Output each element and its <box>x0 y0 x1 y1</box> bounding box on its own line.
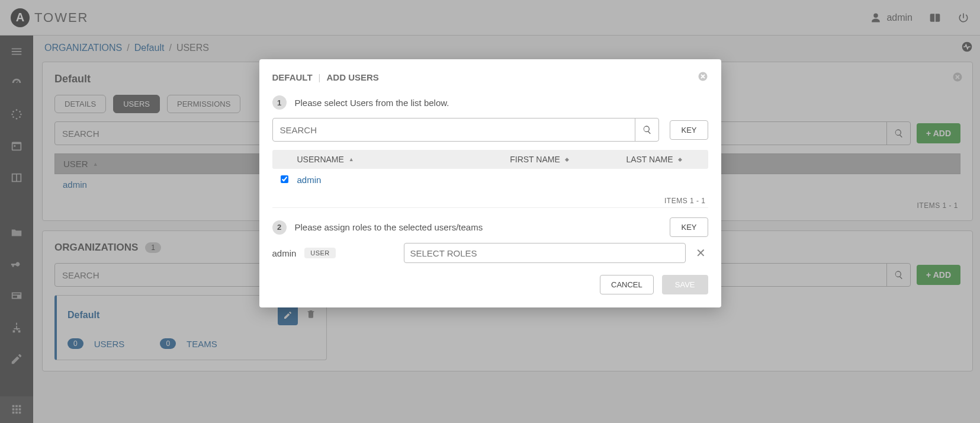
col-first-name[interactable]: FIRST NAME◆ <box>460 155 587 164</box>
modal-table-header: USERNAME▲ FIRST NAME◆ LAST NAME◆ <box>272 150 708 169</box>
step-2-badge: 2 <box>272 220 287 235</box>
assign-user-name: admin <box>272 248 297 258</box>
add-users-modal: DEFAULT | ADD USERS 1 Please select User… <box>259 59 721 307</box>
key-button-1[interactable]: KEY <box>670 120 708 140</box>
sort-icon: ◆ <box>678 156 682 162</box>
select-roles-input[interactable] <box>404 243 686 263</box>
modal-search[interactable] <box>272 118 660 142</box>
modal-items-count: ITEMS 1 - 1 <box>272 191 708 205</box>
modal-crumb-1: DEFAULT <box>272 72 313 82</box>
assign-row: admin USER ✕ <box>272 243 708 263</box>
save-button[interactable]: SAVE <box>662 275 708 294</box>
step-1-badge: 1 <box>272 95 287 110</box>
table-row: admin <box>272 169 708 191</box>
cancel-button[interactable]: CANCEL <box>600 275 654 294</box>
modal-close-icon[interactable] <box>698 71 708 84</box>
col-last-name[interactable]: LAST NAME◆ <box>587 155 700 164</box>
modal-search-input[interactable] <box>273 118 635 141</box>
search-icon[interactable] <box>635 118 658 141</box>
step-2-text: Please assign roles to the selected user… <box>295 222 483 232</box>
sort-up-icon: ▲ <box>349 156 354 162</box>
key-button-2[interactable]: KEY <box>670 217 708 237</box>
sort-icon: ◆ <box>565 156 569 162</box>
user-tag: USER <box>304 248 335 258</box>
step-1-text: Please select Users from the list below. <box>295 98 449 108</box>
col-username[interactable]: USERNAME▲ <box>297 155 461 164</box>
modal-crumb-2: ADD USERS <box>326 72 378 82</box>
modal-user-link[interactable]: admin <box>297 175 322 185</box>
user-checkbox[interactable] <box>281 175 288 183</box>
remove-user-icon[interactable]: ✕ <box>694 246 708 260</box>
modal-crumb-divider: | <box>319 72 321 82</box>
